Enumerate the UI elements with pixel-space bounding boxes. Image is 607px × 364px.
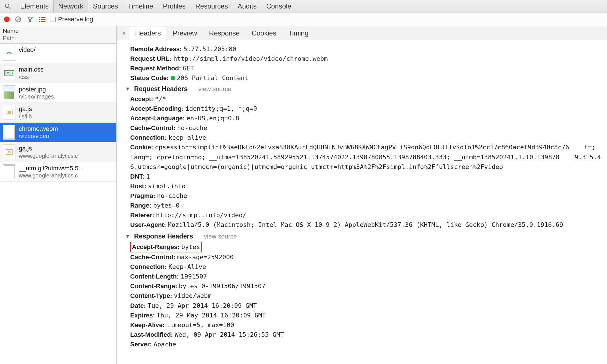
response-headers-list: Accept-Ranges bytesCache-Control max-age… — [125, 242, 602, 349]
clear-icon[interactable] — [15, 16, 22, 23]
status-dot-icon — [171, 76, 175, 80]
header-key: Cache-Control — [130, 254, 175, 261]
svg-point-0 — [5, 4, 9, 7]
top-tab-elements[interactable]: Elements — [15, 0, 53, 12]
header-value: identity;q=1, *;q=0 — [185, 105, 257, 112]
header-key: User-Agent — [130, 221, 166, 228]
header-row: Host simpl.info — [130, 181, 602, 191]
request-row[interactable]: JSga.js/js/lib — [0, 103, 116, 123]
network-main: Name Path <>video/CSSmain.css/cssposter.… — [0, 26, 607, 364]
request-headers-title: Request Headers — [134, 84, 188, 94]
record-button[interactable] — [4, 16, 10, 22]
header-row: User-Agent Mozilla/5.0 (Macintosh; Intel… — [130, 220, 602, 230]
request-url-label: Request URL — [130, 55, 171, 62]
request-name: ga.js — [19, 145, 78, 152]
request-row[interactable]: CSSmain.css/css — [0, 63, 116, 83]
preserve-log-toggle[interactable]: Preserve log — [51, 16, 93, 23]
search-icon[interactable] — [4, 3, 11, 10]
detail-tabs: × HeadersPreviewResponseCookiesTiming — [117, 26, 607, 40]
top-tab-audits[interactable]: Audits — [233, 0, 262, 12]
header-key: Pragma — [130, 192, 155, 199]
header-value: Apache — [154, 341, 176, 348]
header-key: Keep-Alive — [130, 321, 165, 329]
header-row: Referer http://simpl.info/video/ — [130, 210, 602, 220]
file-type-icon: JS — [3, 145, 15, 159]
header-key: Referer — [130, 212, 154, 219]
filter-icon[interactable] — [27, 16, 34, 23]
general-request-method: Request Method GET — [130, 64, 602, 73]
request-row[interactable]: poster.jpg/video/images — [0, 83, 116, 103]
header-value: Thu, 29 May 2014 16:20:09 GMT — [157, 312, 266, 319]
svg-line-3 — [16, 17, 20, 21]
file-type-icon: <> — [3, 46, 15, 61]
request-headers-list: Accept */*Accept-Encoding identity;q=1, … — [125, 94, 602, 230]
header-value: */* — [155, 95, 166, 102]
header-row: Connection Keep-Alive — [130, 262, 602, 272]
header-row: Content-Type video/webm — [130, 291, 602, 301]
header-row: Connection keep-alive — [130, 133, 602, 143]
request-method-label: Request Method — [130, 65, 181, 72]
svg-rect-8 — [41, 19, 45, 20]
svg-rect-6 — [41, 17, 45, 18]
svg-rect-10 — [41, 21, 45, 22]
request-path: /css — [19, 74, 43, 81]
response-headers-section[interactable]: ▼ Response Headers view source — [125, 231, 602, 242]
request-detail-panel: × HeadersPreviewResponseCookiesTiming Re… — [117, 26, 607, 364]
header-row: Range bytes=0- — [130, 201, 602, 210]
list-icon[interactable] — [39, 16, 45, 23]
header-key: Cookie — [130, 144, 153, 151]
header-key: Host — [130, 183, 146, 190]
top-tab-profiles[interactable]: Profiles — [158, 0, 190, 12]
top-tab-network[interactable]: Network — [53, 0, 88, 12]
request-row[interactable]: chrome.webm/video/video — [0, 123, 116, 143]
top-tab-sources[interactable]: Sources — [88, 0, 123, 12]
preserve-log-checkbox[interactable] — [51, 17, 56, 22]
header-value: max-age=2592000 — [177, 254, 234, 261]
detail-tab-headers[interactable]: Headers — [129, 26, 167, 40]
request-row[interactable]: __utm.gif?utmwv=5.5...www.google-analyti… — [0, 162, 116, 182]
header-key: Last-Modified — [130, 331, 173, 338]
request-row[interactable]: JSga.jswww.google-analytics.c — [0, 142, 116, 162]
headers-body: Remote Address 5.77.51.205:80 Request UR… — [117, 40, 607, 364]
header-value: Mozilla/5.0 (Macintosh; Intel Mac OS X 1… — [168, 221, 563, 228]
view-source-link[interactable]: view source — [198, 84, 231, 94]
header-row: Date Tue, 29 Apr 2014 16:20:09 GMT — [130, 301, 602, 311]
detail-tab-preview[interactable]: Preview — [167, 26, 203, 40]
request-method-value: GET — [183, 65, 194, 72]
header-value: http://simpl.info/video/ — [156, 212, 246, 219]
header-value: no-cache — [157, 192, 187, 199]
caret-down-icon: ▼ — [125, 233, 130, 240]
request-list[interactable]: <>video/CSSmain.css/cssposter.jpg/video/… — [0, 44, 116, 364]
request-list-header: Name Path — [0, 26, 116, 44]
header-value: Tue, 29 Apr 2014 16:20:09 GMT — [148, 302, 257, 309]
file-type-icon — [3, 164, 15, 179]
top-tab-console[interactable]: Console — [261, 0, 296, 12]
header-value: cpsession=simplinf%3aeDkLdG2elvxaS38KAur… — [130, 144, 601, 170]
header-row: Accept-Ranges bytes — [130, 242, 602, 252]
header-value: 1991507 — [181, 273, 207, 280]
top-tab-resources[interactable]: Resources — [190, 0, 233, 12]
request-headers-section[interactable]: ▼ Request Headers view source — [125, 84, 602, 94]
header-row: Expires Thu, 29 May 2014 16:20:09 GMT — [130, 311, 602, 320]
detail-tab-cookies[interactable]: Cookies — [246, 26, 282, 40]
svg-rect-7 — [39, 19, 40, 20]
header-row: Pragma no-cache — [130, 191, 602, 201]
header-key: Cache-Control — [130, 124, 175, 131]
request-row[interactable]: <>video/ — [0, 44, 116, 63]
detail-tab-timing[interactable]: Timing — [282, 26, 314, 40]
detail-tab-response[interactable]: Response — [203, 26, 246, 40]
status-code-label: Status Code — [130, 74, 169, 81]
request-path: /js/lib — [19, 113, 32, 120]
network-toolbar: Preserve log — [0, 12, 607, 26]
header-key: Accept-Encoding — [130, 105, 184, 112]
header-value: keep-alive — [168, 134, 206, 141]
close-detail-icon[interactable]: × — [119, 29, 128, 37]
top-tab-timeline[interactable]: Timeline — [123, 0, 158, 12]
header-value: bytes=0- — [153, 202, 183, 209]
request-name: poster.jpg — [19, 85, 54, 93]
header-key: Content-Type — [130, 292, 172, 299]
view-source-link[interactable]: view source — [204, 232, 237, 241]
request-name: chrome.webm — [19, 125, 58, 133]
header-key: Date — [130, 302, 146, 309]
header-row: Accept-Language en-US,en;q=0.8 — [130, 114, 602, 123]
